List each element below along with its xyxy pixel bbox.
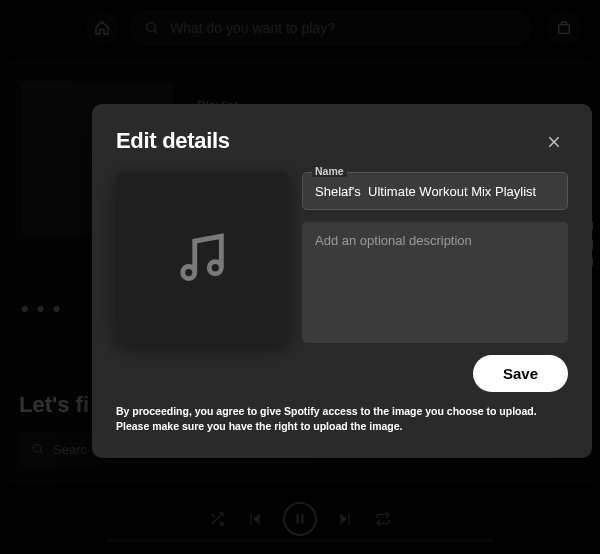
name-input[interactable] <box>302 172 568 210</box>
save-button[interactable]: Save <box>473 355 568 392</box>
svg-point-13 <box>183 266 195 278</box>
edit-details-modal: Edit details Name Save By proceeding, yo… <box>92 104 592 458</box>
modal-title: Edit details <box>116 128 230 154</box>
modal-body: Name <box>116 172 568 343</box>
name-field-wrap: Name <box>302 172 568 210</box>
legal-text: By proceeding, you agree to give Spotify… <box>116 404 568 434</box>
modal-footer: Save By proceeding, you agree to give Sp… <box>116 355 568 434</box>
modal-header: Edit details <box>116 128 568 156</box>
close-icon <box>546 134 562 150</box>
svg-point-14 <box>209 262 221 274</box>
fields: Name <box>302 172 568 343</box>
cover-art-upload[interactable] <box>116 172 288 344</box>
music-note-icon <box>173 229 231 287</box>
close-button[interactable] <box>540 128 568 156</box>
description-input[interactable] <box>302 222 568 343</box>
name-label: Name <box>312 165 347 177</box>
